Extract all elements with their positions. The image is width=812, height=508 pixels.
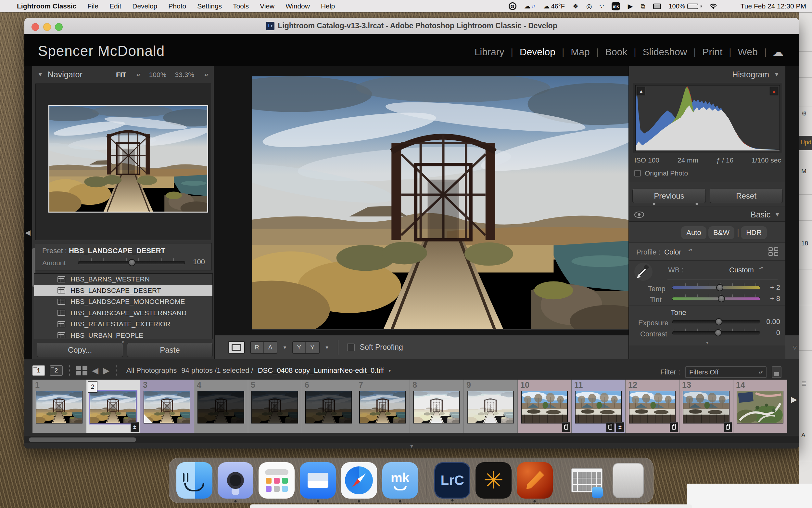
dock-camera-app-icon[interactable]: [218, 462, 254, 499]
cloud-sync-icon[interactable]: ☁: [772, 45, 783, 58]
exposure-slider-thumb[interactable]: [715, 318, 722, 325]
photo-thumbnail[interactable]: [144, 391, 190, 423]
compare-a-label[interactable]: A: [264, 342, 277, 353]
keyword-badge[interactable]: [606, 422, 615, 432]
second-window-button[interactable]: 2: [50, 365, 63, 376]
profile-browser-icon[interactable]: [768, 247, 778, 256]
nav-zoom-fill[interactable]: 100%: [149, 71, 166, 79]
amount-slider[interactable]: [78, 261, 185, 264]
dictation-icon[interactable]: ⸪: [600, 3, 604, 10]
filmstrip-cell[interactable]: 1: [33, 380, 86, 433]
stack-count-badge[interactable]: 2: [88, 381, 97, 393]
dock-mk-app-icon[interactable]: mk: [382, 462, 418, 499]
filmstrip-cell[interactable]: 6: [302, 380, 356, 433]
menu-edit[interactable]: Edit: [109, 2, 121, 10]
histogram-plot[interactable]: ▲ ▲: [635, 85, 780, 151]
airplay-icon[interactable]: ◎: [586, 2, 592, 10]
photo-thumbnail[interactable]: [305, 391, 352, 423]
preset-item-selected[interactable]: HBS_LANDSCAPE_DESERT: [34, 285, 212, 296]
filmstrip-cell[interactable]: 4: [194, 380, 248, 433]
preset-item[interactable]: HBS_BARNS_WESTERN: [34, 274, 212, 285]
navigator-collapse-caret[interactable]: ▼: [37, 71, 43, 78]
photo-thumbnail[interactable]: [197, 391, 244, 423]
amount-slider-thumb[interactable]: [128, 259, 135, 266]
dock-launchpad-icon[interactable]: [258, 462, 295, 499]
hide-filmstrip-arrow[interactable]: ▼: [409, 443, 414, 449]
photo-thumbnail[interactable]: [683, 391, 729, 423]
dock-lightroom-classic-icon[interactable]: LrC: [434, 462, 470, 499]
filmstrip-scrollbar-thumb[interactable]: [29, 437, 136, 442]
filter-switch[interactable]: [772, 366, 781, 378]
filmstrip-scrollbar[interactable]: [25, 436, 799, 443]
app-menu-name[interactable]: Lightroom Classic: [17, 2, 76, 10]
soft-proofing-checkbox[interactable]: [347, 344, 355, 351]
adjustment-badge[interactable]: ±: [131, 422, 139, 432]
nav-zoom-ratio[interactable]: 33.3%: [175, 71, 194, 79]
navigator-preview-image[interactable]: [48, 105, 208, 213]
grid-view-icon[interactable]: [76, 366, 87, 375]
keyword-badge[interactable]: [562, 422, 570, 432]
filmstrip-cell[interactable]: 3: [140, 380, 194, 433]
module-slideshow[interactable]: Slideshow: [636, 46, 694, 57]
photo-thumbnail[interactable]: [521, 391, 568, 423]
hdr-button[interactable]: HDR: [741, 226, 767, 239]
filmstrip-scroll-right-arrow[interactable]: ▶: [791, 395, 797, 404]
paste-button[interactable]: Paste: [127, 343, 213, 357]
compare-dropdown-caret[interactable]: ▼: [283, 345, 287, 350]
preset-item[interactable]: HBS_REALESTATE_EXTERIOR: [34, 319, 212, 330]
compare-view-button[interactable]: R A: [250, 341, 277, 353]
reset-button[interactable]: Reset: [710, 189, 783, 203]
previous-button[interactable]: Previous: [632, 189, 706, 203]
filmstrip-filename[interactable]: DSC_0408 copy_LuminarNeo-edit_0.tiff: [258, 366, 384, 375]
histogram-collapse-caret[interactable]: ▼: [774, 71, 779, 78]
histogram-header[interactable]: Histogram ▼: [629, 66, 785, 79]
panel-toggle-eye-icon[interactable]: [634, 212, 644, 218]
compare-r-label[interactable]: R: [251, 342, 264, 353]
tint-slider[interactable]: [672, 297, 760, 300]
photo-thumbnail[interactable]: [90, 391, 136, 423]
hide-left-panel-arrow[interactable]: ◀: [25, 228, 31, 237]
tint-slider-thumb[interactable]: [718, 295, 725, 302]
menu-help[interactable]: Help: [321, 2, 335, 10]
dock-trash-icon[interactable]: [610, 462, 646, 499]
module-book[interactable]: Book: [599, 46, 634, 57]
dock-minimized-window[interactable]: [569, 462, 605, 499]
main-photo[interactable]: [252, 76, 635, 330]
menubar-clock[interactable]: Tue Feb 24 12:30 PM: [741, 2, 806, 10]
left-panel-gutter[interactable]: ◀: [25, 66, 32, 359]
photo-thumbnail[interactable]: [413, 391, 460, 423]
wb-eyedropper[interactable]: [634, 263, 653, 281]
preset-item[interactable]: HBS_LANDSCAPE_MONOCHROME: [34, 296, 212, 307]
photo-thumbnail[interactable]: [737, 391, 783, 423]
filmstrip-cell[interactable]: 12: [626, 380, 679, 433]
dock-finder-icon[interactable]: [176, 462, 212, 499]
module-print[interactable]: Print: [696, 46, 729, 57]
profile-value[interactable]: Color: [664, 248, 681, 256]
close-button[interactable]: [32, 23, 39, 31]
photo-thumbnail[interactable]: [359, 391, 406, 423]
filmstrip-cell[interactable]: 7: [356, 380, 410, 433]
module-develop[interactable]: Develop: [513, 46, 562, 57]
menu-file[interactable]: File: [87, 2, 98, 10]
after-y-label[interactable]: Y: [306, 342, 319, 353]
back-arrow-icon[interactable]: ◀: [92, 366, 98, 376]
toolbar-collapse-caret[interactable]: ▽: [793, 344, 797, 350]
photo-thumbnail[interactable]: [575, 391, 622, 423]
shadow-clipping-indicator[interactable]: ▲: [637, 87, 646, 95]
loupe-view-button[interactable]: [228, 341, 245, 353]
forward-arrow-icon[interactable]: ▶: [103, 366, 109, 376]
before-y-label[interactable]: Y: [293, 342, 306, 353]
temp-slider-thumb[interactable]: [716, 284, 723, 291]
wifi-icon[interactable]: [709, 3, 717, 9]
before-after-button[interactable]: Y Y: [292, 341, 320, 353]
module-web[interactable]: Web: [731, 46, 764, 57]
navigator-header[interactable]: ▼ Navigator FIT▴▾ 100% 33.3%▴▾: [32, 66, 214, 79]
zoom-button[interactable]: [55, 23, 63, 31]
menu-view[interactable]: View: [260, 2, 275, 10]
filmstrip-cell[interactable]: 13: [679, 380, 733, 433]
filmstrip-source-caret[interactable]: ▾: [388, 368, 391, 373]
contrast-slider-thumb[interactable]: [715, 329, 722, 336]
dock-mail-icon[interactable]: [300, 462, 336, 499]
dropbox-icon[interactable]: ❖: [573, 2, 578, 10]
temp-slider[interactable]: [672, 286, 760, 289]
